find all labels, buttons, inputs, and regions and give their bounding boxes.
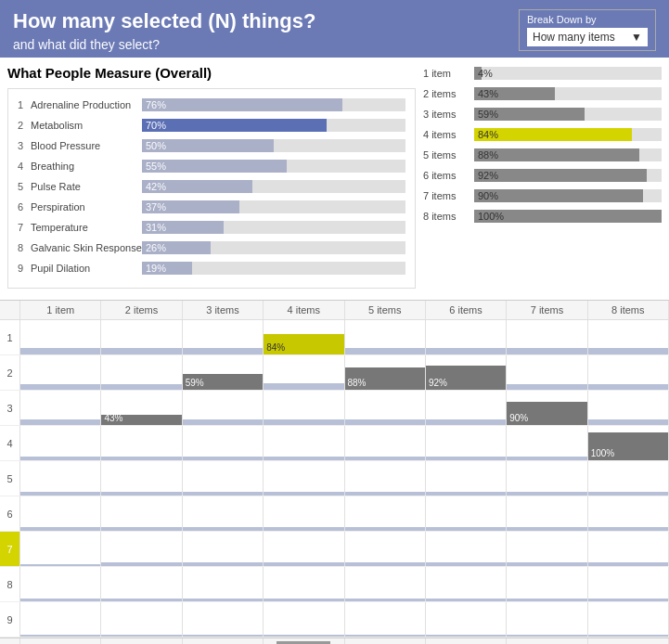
table-cell <box>101 426 182 460</box>
footer-cell: 14% <box>426 638 507 644</box>
cell-bar <box>507 635 586 637</box>
bar-pct-label: 19% <box>146 262 166 275</box>
table-row[interactable]: 9 <box>0 602 669 638</box>
right-bar-fill: 100% <box>474 210 662 223</box>
table-cell <box>183 426 264 460</box>
bar-outer: 55% <box>142 160 405 173</box>
cell-pct-label: 59% <box>186 378 204 388</box>
table-cell <box>101 602 182 637</box>
bar-number: 1 <box>18 99 31 110</box>
chevron-down-icon: ▼ <box>631 31 642 44</box>
bar-pct-label: 31% <box>146 221 166 234</box>
table-cell <box>101 355 182 390</box>
row-number: 7 <box>0 532 20 566</box>
right-bar-outer: 84% <box>474 128 662 141</box>
table-row[interactable]: 74% <box>0 532 669 567</box>
cell-pct-label: 4% <box>23 554 36 564</box>
table-row[interactable]: 343%90% <box>0 391 669 426</box>
table-cell <box>183 391 264 425</box>
bar-row[interactable]: 1Adrenaline Production76% <box>18 97 405 113</box>
right-bar-row[interactable]: 8 items100% <box>423 208 662 225</box>
bar-pct-label: 26% <box>146 241 166 254</box>
bar-label: Blood Pressure <box>31 140 142 151</box>
cell-pct-label: 84% <box>266 342 285 353</box>
table-cell <box>183 602 264 637</box>
right-bar-fill: 59% <box>474 108 585 121</box>
breakdown-select[interactable]: How many items ▼ <box>527 28 648 46</box>
right-bar-row[interactable]: 6 items92% <box>423 167 662 184</box>
cell-bar <box>183 419 263 425</box>
bar-outer: 76% <box>142 98 405 111</box>
cell-bar <box>345 635 425 637</box>
right-bar-label: 8 items <box>423 211 474 222</box>
bar-row[interactable]: 9Pupil Dilation19% <box>18 260 405 277</box>
bar-row[interactable]: 3Blood Pressure50% <box>18 137 405 154</box>
row-number: 4 <box>0 426 20 460</box>
table-cell <box>264 391 344 425</box>
table-row[interactable]: 8 <box>0 567 669 602</box>
table-cell <box>588 320 669 354</box>
right-bar-fill: 92% <box>474 169 647 182</box>
right-bar-fill: 84% <box>474 128 632 141</box>
bar-number: 7 <box>18 222 31 233</box>
cell-bar <box>588 384 668 390</box>
right-bar-row[interactable]: 2 items43% <box>423 85 662 102</box>
table-row[interactable]: 5 <box>0 461 669 496</box>
cell-pct-label: 92% <box>429 378 447 388</box>
bar-outer: 42% <box>142 180 405 193</box>
table-row[interactable]: 259%88%92% <box>0 355 669 391</box>
bar-pct-label: 55% <box>146 160 166 173</box>
bar-row[interactable]: 8Galvanic Skin Response26% <box>18 239 405 256</box>
page-subtitle: and what did they select? <box>13 37 315 52</box>
right-bar-label: 1 item <box>423 68 474 79</box>
cell-bar <box>426 599 506 601</box>
cell-bar <box>588 419 668 425</box>
bar-fill: 26% <box>142 241 211 254</box>
table-row[interactable]: 6 <box>0 496 669 532</box>
cell-bar <box>264 527 343 531</box>
table-cell <box>588 461 669 496</box>
table-cell <box>507 602 587 637</box>
bar-fill: 42% <box>142 180 252 193</box>
cell-bar <box>183 527 263 531</box>
bar-row[interactable]: 6Perspiration37% <box>18 199 405 215</box>
row-number: 9 <box>0 602 20 637</box>
table-cell <box>20 567 101 601</box>
table-header-cell: 5 items <box>345 301 426 319</box>
table-cell <box>264 532 344 566</box>
right-bar-row[interactable]: 7 items90% <box>423 187 662 204</box>
right-bar-outer: 92% <box>474 169 662 182</box>
bar-row[interactable]: 4Breathing55% <box>18 158 405 174</box>
bar-label: Adrenaline Production <box>31 99 142 110</box>
bar-fill: 37% <box>142 200 239 213</box>
right-bar-pct-label: 90% <box>478 189 498 202</box>
cell-bar: 90% <box>507 402 586 425</box>
cell-bar <box>264 635 343 637</box>
cell-bar <box>20 348 100 354</box>
cell-bar <box>101 562 181 566</box>
bar-row[interactable]: 5Pulse Rate42% <box>18 178 405 195</box>
table-row[interactable]: 4100% <box>0 426 669 461</box>
right-bar-row[interactable]: 1 item4% <box>423 65 662 82</box>
cell-bar <box>20 419 100 425</box>
right-bar-pct-label: 59% <box>478 108 498 121</box>
cell-bar <box>101 599 181 601</box>
bar-number: 3 <box>18 140 31 151</box>
footer-cell: 21% <box>183 638 264 644</box>
bar-row[interactable]: 7Temperature31% <box>18 219 405 236</box>
right-bar-row[interactable]: 3 items59% <box>423 106 662 122</box>
bar-row[interactable]: 2Metabolism70% <box>18 117 405 134</box>
right-bar-label: 2 items <box>423 88 474 99</box>
right-bar-row[interactable]: 5 items88% <box>423 147 662 163</box>
bar-pct-label: 50% <box>146 139 166 152</box>
cell-pct-label: 88% <box>348 378 367 388</box>
table-header-cell: 8 items <box>588 301 669 319</box>
table-row[interactable]: 184% <box>0 320 669 355</box>
table-cell: 4% <box>20 532 101 566</box>
right-bar-pct-label: 4% <box>478 67 493 80</box>
footer-cell: 12% <box>345 638 426 644</box>
cell-bar <box>588 527 668 531</box>
table-header-cell: 4 items <box>264 301 344 319</box>
right-bar-row[interactable]: 4 items84% <box>423 126 662 143</box>
right-bar-fill: 4% <box>474 67 482 80</box>
